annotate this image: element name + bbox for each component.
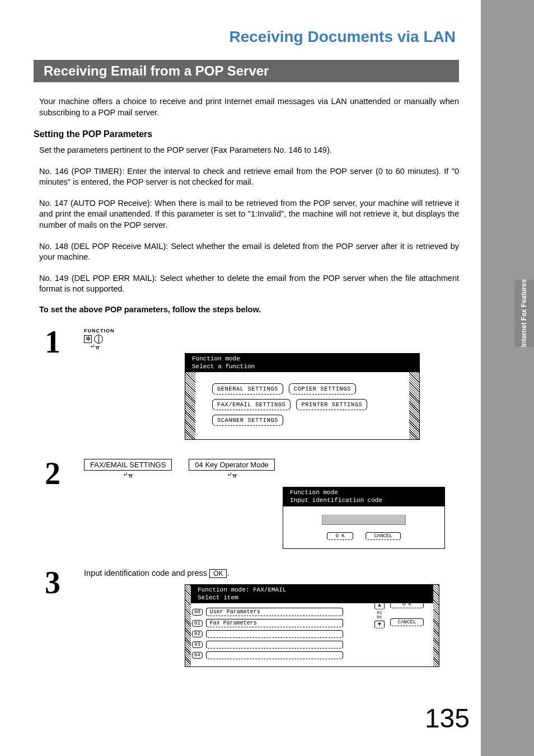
sub-heading: Setting the POP Parameters — [34, 129, 512, 139]
copier-settings-button[interactable]: COPIER SETTINGS — [289, 383, 356, 395]
chapter-title: Receiving Documents via LAN — [34, 28, 512, 46]
step-number: 3 — [45, 569, 70, 597]
lcd-screen-id-code: Function mode Input identification code … — [283, 487, 445, 549]
paragraph: No. 147 (AUTO POP Receive): When there i… — [34, 198, 459, 231]
press-hand-icon: ⤶ᚂ — [189, 471, 275, 478]
section-heading: Receiving Email from a POP Server — [34, 60, 459, 82]
printer-settings-button[interactable]: PRINTER SETTINGS — [296, 399, 367, 410]
cancel-button[interactable]: CANCEL — [366, 532, 400, 540]
lcd-screen-select-item: Function mode: FAX/EMAIL Select item 00 … — [185, 584, 439, 668]
id-code-input[interactable] — [322, 515, 406, 525]
list-item[interactable]: 04 — [192, 651, 432, 659]
press-hand-icon: ⤶ᚂ — [90, 342, 481, 350]
ok-button[interactable]: O K — [327, 532, 353, 540]
step-3: 3 Input identification code and press OK… — [34, 569, 481, 668]
scanner-settings-button[interactable]: SCANNER SETTINGS — [212, 415, 283, 426]
intro-paragraph: Your machine offers a choice to receive … — [34, 96, 459, 118]
side-gray-panel — [481, 0, 534, 756]
fax-email-settings-key: FAX/EMAIL SETTINGS — [84, 459, 172, 471]
function-key-label: FUNCTION — [84, 328, 481, 334]
page-number: 135 — [425, 703, 470, 734]
step-1: 1 FUNCTION ✻ ⤶ᚂ Function mode Select a f… — [34, 328, 481, 440]
ok-key-label: OK — [209, 569, 227, 578]
cancel-button[interactable]: CANCEL — [390, 618, 424, 626]
shade-decor — [409, 372, 419, 439]
press-hand-icon: ⤶ᚂ — [84, 471, 172, 478]
paragraph: No. 148 (DEL POP Receive MAIL): Select w… — [34, 241, 459, 263]
manual-page: Internet Fax Features Receiving Document… — [0, 0, 534, 756]
screen-header: Function mode Input identification code — [283, 487, 444, 506]
paragraph: No. 146 (POP TIMER): Enter the interval … — [34, 166, 459, 188]
scroll-down-icon[interactable]: ▼ — [374, 621, 385, 628]
paragraph: No. 149 (DEL POP ERR MAIL): Select wheth… — [34, 273, 459, 295]
fax-email-settings-button[interactable]: FAX/EMAIL SETTINGS — [212, 399, 291, 410]
ok-button[interactable]: O K — [390, 600, 424, 608]
step-number: 2 — [45, 459, 70, 487]
section-tab: Internet Fax Features — [514, 280, 534, 347]
scroll-indicator: ▲ 01 01 ▼ — [373, 600, 386, 630]
lcd-screen-function-mode: Function mode Select a function GENERAL … — [185, 353, 420, 440]
scroll-up-icon[interactable]: ▲ — [374, 602, 385, 609]
step-3-instruction: Input identification code and press OK. — [84, 569, 481, 577]
shade-decor — [185, 372, 195, 439]
globe-icon — [94, 335, 103, 344]
instruction-bold: To set the above POP parameters, follow … — [34, 305, 459, 314]
step-2: 2 FAX/EMAIL SETTINGS ⤶ᚂ 04 Key Operator … — [34, 459, 481, 549]
screen-header: Function mode Select a function — [185, 354, 419, 373]
shade-decor — [433, 585, 439, 667]
list-item[interactable]: 03 — [192, 641, 432, 649]
shade-decor — [185, 585, 191, 667]
general-settings-button[interactable]: GENERAL SETTINGS — [212, 383, 283, 395]
key-operator-mode-key: 04 Key Operator Mode — [189, 459, 275, 471]
asterisk-icon: ✻ — [84, 335, 92, 343]
paragraph: Set the parameters pertinent to the POP … — [34, 145, 459, 156]
step-number: 1 — [45, 328, 70, 356]
